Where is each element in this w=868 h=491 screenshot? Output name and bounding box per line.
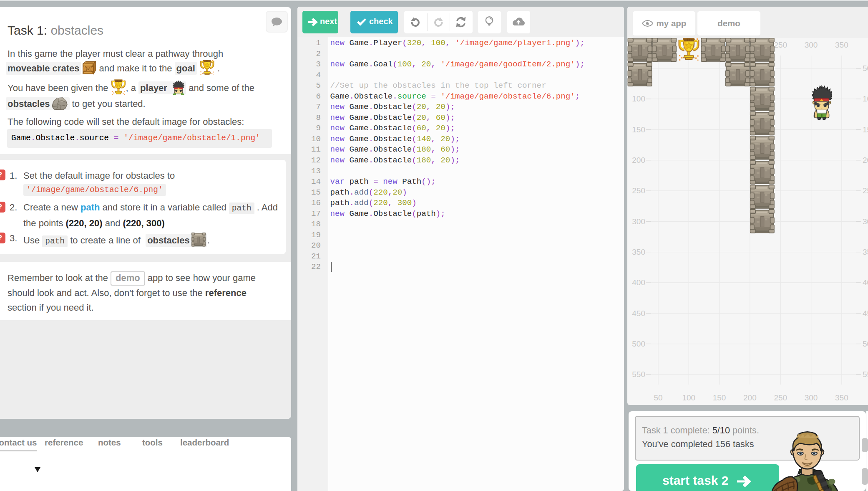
svg-text:200: 200 — [632, 156, 645, 165]
svg-text:450: 450 — [632, 309, 645, 318]
svg-text:350: 350 — [835, 393, 848, 402]
svg-text:300: 300 — [805, 40, 818, 49]
svg-text:150: 150 — [632, 125, 645, 134]
svg-text:300: 300 — [805, 393, 818, 402]
svg-text:350: 350 — [632, 248, 645, 256]
svg-text:100: 100 — [682, 393, 695, 402]
svg-text:250: 250 — [774, 393, 787, 402]
svg-text:400: 400 — [863, 278, 868, 287]
svg-text:150: 150 — [713, 393, 726, 402]
svg-text:50: 50 — [654, 393, 662, 402]
svg-text:500: 500 — [632, 339, 645, 348]
svg-text:500: 500 — [863, 339, 868, 348]
svg-text:550: 550 — [632, 370, 645, 379]
svg-text:150: 150 — [863, 125, 868, 134]
svg-text:250: 250 — [774, 40, 787, 49]
svg-text:50: 50 — [863, 64, 868, 73]
svg-text:250: 250 — [632, 186, 645, 195]
svg-text:100: 100 — [863, 94, 868, 103]
svg-text:250: 250 — [863, 186, 868, 195]
svg-text:300: 300 — [863, 217, 868, 226]
svg-text:100: 100 — [632, 94, 645, 103]
svg-text:450: 450 — [863, 309, 868, 318]
svg-text:550: 550 — [863, 370, 868, 379]
svg-text:400: 400 — [632, 278, 645, 287]
svg-text:350: 350 — [835, 40, 848, 49]
svg-text:300: 300 — [632, 217, 645, 226]
svg-text:200: 200 — [863, 156, 868, 165]
svg-text:350: 350 — [863, 248, 868, 256]
svg-text:200: 200 — [743, 393, 757, 402]
